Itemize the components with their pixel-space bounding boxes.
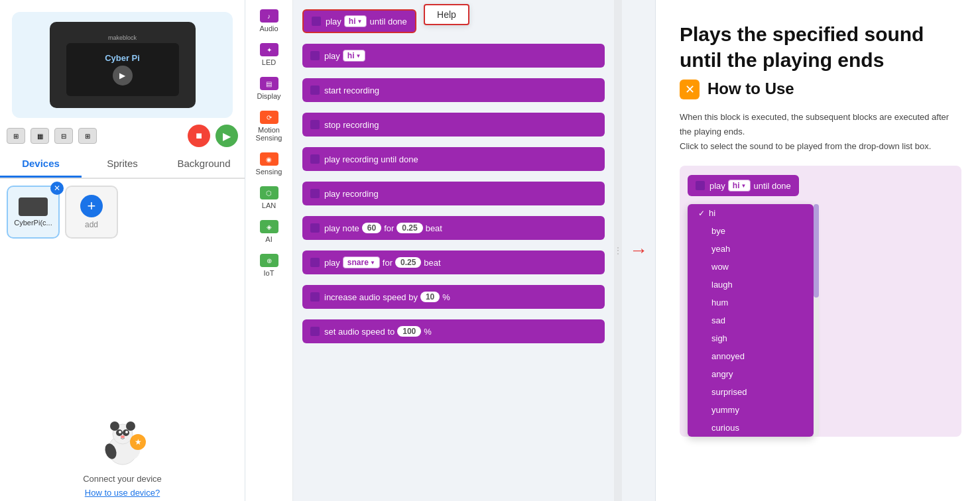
arrow-area: →: [622, 0, 655, 501]
preview-block-dropdown[interactable]: hi: [728, 180, 751, 192]
cat-lan[interactable]: ⬡ LAN: [245, 181, 292, 215]
resize-handle[interactable]: ⋮: [614, 0, 622, 501]
play-button[interactable]: ▶: [215, 125, 238, 147]
cyberpi-card[interactable]: ✕ CyberPi(c...: [7, 186, 60, 239]
block-play-snare-dropdown[interactable]: snare: [343, 256, 380, 268]
cat-display-label: Display: [257, 92, 280, 100]
block-set-audio-speed-row: set audio speed to 100 %: [302, 319, 605, 349]
dropdown-item-surprised[interactable]: surprised: [688, 383, 814, 401]
cat-display[interactable]: ▤ Display: [245, 72, 292, 105]
cyberpi-device-image: makeblock Cyber Pi ▶: [50, 22, 196, 108]
middle-panel: ♪ Audio ✦ LED ▤ Display ⟳ Motion Sensing…: [245, 0, 655, 501]
tab-devices[interactable]: Devices: [0, 151, 82, 178]
cat-sensing-label: Sensing: [256, 168, 282, 176]
dropdown-item-annoyed[interactable]: annoyed: [688, 347, 814, 365]
dropdown-item-hum[interactable]: hum: [688, 294, 814, 311]
block-play-snare-suffix: beat: [424, 258, 440, 268]
play-btn-circle: ▶: [113, 66, 133, 85]
block-play-snare-val2[interactable]: 0.25: [395, 257, 421, 268]
block-stop-recording[interactable]: stop recording: [302, 113, 605, 137]
scrollbar-track[interactable]: [814, 204, 819, 437]
block-play-until-done-suffix: until done: [369, 17, 406, 27]
dropdown-item-sad[interactable]: sad: [688, 311, 814, 329]
preview-block[interactable]: play hi until done: [688, 175, 799, 196]
block-play-dropdown[interactable]: hi: [343, 50, 366, 62]
block-play-until-done-dropdown[interactable]: hi: [344, 15, 367, 27]
layout-btn-3[interactable]: ⊟: [54, 128, 73, 144]
block-play-until-done[interactable]: play hi until done: [302, 9, 416, 33]
blocks-panel: play hi until done Help play hi start re…: [293, 0, 614, 501]
block-set-audio-speed-val[interactable]: 100: [397, 326, 421, 337]
device-card-label: CyberPi(c...: [14, 219, 52, 227]
left-panel: makeblock Cyber Pi ▶ ⊞ ▦ ⊟ ⊞ ■ ▶ Devices…: [0, 0, 245, 501]
dropdown-item-sigh[interactable]: sigh: [688, 329, 814, 347]
block-stop-recording-row: stop recording: [302, 113, 605, 142]
panda-illustration: ★: [93, 410, 153, 470]
block-play-row: play hi: [302, 44, 605, 73]
block-play-text: play: [324, 51, 340, 61]
device-card-icon: [19, 197, 48, 216]
close-button[interactable]: ✕: [680, 80, 700, 99]
cat-iot[interactable]: ⊕ IoT: [245, 249, 292, 282]
dropdown-item-hi[interactable]: hi: [688, 204, 814, 222]
cat-iot-icon: ⊕: [260, 254, 278, 267]
block-play-recording-row: play recording: [302, 182, 605, 211]
dropdown-item-yeah[interactable]: yeah: [688, 240, 814, 258]
block-play-note[interactable]: play note 60 for 0.25 beat: [302, 216, 605, 240]
block-set-audio-speed[interactable]: set audio speed to 100 %: [302, 319, 605, 343]
device-close-badge[interactable]: ✕: [50, 182, 64, 195]
dropdown-item-wow[interactable]: wow: [688, 258, 814, 276]
block-increase-audio-speed-val[interactable]: 10: [420, 292, 440, 302]
add-icon: +: [80, 195, 103, 217]
tabs-row: Devices Sprites Background: [0, 151, 245, 179]
layout-btn-1[interactable]: ⊞: [7, 128, 25, 144]
help-popup[interactable]: Help: [424, 4, 469, 25]
block-play-snare[interactable]: play snare for 0.25 beat: [302, 250, 605, 274]
cat-sensing[interactable]: ◉ Sensing: [245, 147, 292, 181]
dropdown-item-curious[interactable]: curious: [688, 419, 814, 437]
block-play-note-val2[interactable]: 0.25: [397, 223, 422, 233]
scrollbar-thumb[interactable]: [814, 204, 819, 297]
block-start-recording[interactable]: start recording: [302, 78, 605, 102]
cat-ai[interactable]: ◈ AI: [245, 215, 292, 249]
block-stop-recording-text: stop recording: [324, 120, 379, 130]
add-device-card[interactable]: + add: [65, 186, 118, 239]
block-increase-audio-speed[interactable]: increase audio speed by 10 %: [302, 285, 605, 309]
block-play-recording-until-done-text: play recording until done: [324, 154, 418, 164]
block-play-note-val1[interactable]: 60: [362, 223, 381, 233]
makeblock-label: makeblock: [108, 34, 137, 41]
cat-lan-icon: ⬡: [260, 186, 278, 199]
block-play-snare-text: play: [324, 258, 340, 268]
connect-area: ★ Connect your device How to use device?: [0, 404, 245, 501]
svg-point-3: [126, 421, 135, 431]
layout-btn-4[interactable]: ⊞: [78, 128, 97, 144]
devices-area: ✕ CyberPi(c... + add: [0, 179, 245, 404]
tab-sprites[interactable]: Sprites: [82, 151, 163, 178]
cat-motion-label: Motion Sensing: [256, 126, 282, 142]
cat-motion-sensing[interactable]: ⟳ Motion Sensing: [245, 105, 292, 147]
how-to-link[interactable]: How to use device?: [85, 488, 160, 498]
stop-button[interactable]: ■: [188, 125, 210, 147]
dropdown-item-bye[interactable]: bye: [688, 222, 814, 240]
layout-btn-2[interactable]: ▦: [31, 128, 49, 144]
cat-motion-icon: ⟳: [260, 111, 278, 124]
block-play[interactable]: play hi: [302, 44, 605, 68]
add-label: add: [85, 220, 98, 229]
block-play-recording[interactable]: play recording: [302, 182, 605, 205]
tab-background[interactable]: Background: [163, 151, 245, 178]
right-panel: Plays the specified sound until the play…: [655, 0, 980, 501]
cat-audio[interactable]: ♪ Audio: [245, 4, 292, 38]
cat-ai-icon: ◈: [260, 220, 278, 233]
dropdown-item-laugh[interactable]: laugh: [688, 276, 814, 294]
cat-led[interactable]: ✦ LED: [245, 38, 292, 72]
category-sidebar: ♪ Audio ✦ LED ▤ Display ⟳ Motion Sensing…: [245, 0, 293, 501]
connect-text: Connect your device: [12, 474, 233, 484]
block-play-recording-until-done[interactable]: play recording until done: [302, 147, 605, 171]
dropdown-item-angry[interactable]: angry: [688, 365, 814, 383]
block-start-recording-text: start recording: [324, 85, 379, 95]
block-start-recording-row: start recording: [302, 78, 605, 107]
cat-led-label: LED: [262, 58, 276, 66]
preview-block-suffix: until done: [753, 181, 790, 191]
block-play-until-done-text: play: [326, 17, 341, 27]
dropdown-item-yummy[interactable]: yummy: [688, 401, 814, 419]
